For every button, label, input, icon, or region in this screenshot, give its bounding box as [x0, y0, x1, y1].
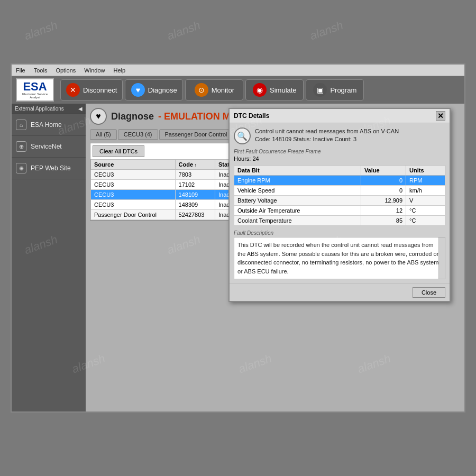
pepweb-icon: ⊕	[16, 163, 26, 173]
menu-window[interactable]: Window	[84, 67, 105, 74]
sidebar-collapse-icon[interactable]: ◀	[78, 106, 83, 112]
dtc-table-container: Clear All DTCs Source Code Status CECU3 …	[90, 143, 249, 221]
menu-help[interactable]: Help	[113, 67, 125, 74]
home-icon: ⌂	[16, 120, 26, 130]
table-row[interactable]: CECU3 7803 Inactive	[91, 170, 248, 180]
clear-all-dtcs-button[interactable]: Clear All DTCs	[93, 145, 144, 157]
sidebar: External Applications ◀ ⌂ ESA Home ⊕ Ser…	[12, 104, 86, 411]
list-item[interactable]: Battery Voltage 12.909 V	[234, 196, 445, 206]
menu-tools[interactable]: Tools	[34, 67, 48, 74]
diagnose-button[interactable]: ♥ Diagnose	[125, 79, 183, 100]
data-col-units: Units	[406, 166, 445, 176]
program-button[interactable]: ▣ Program	[306, 79, 364, 100]
simulate-button[interactable]: ◉ Simulate	[245, 79, 304, 100]
data-col-value: Value	[361, 166, 406, 176]
sidebar-item-pep-web[interactable]: ⊕ PEP Web Site	[12, 158, 86, 179]
tab-all[interactable]: All (5)	[90, 129, 117, 140]
dtc-details-dialog: DTC Details ✕ 🔍 Control unit cannot read…	[228, 108, 451, 302]
diagnose-header-icon: ♥	[90, 108, 107, 125]
dialog-close-button[interactable]: ✕	[436, 111, 445, 121]
dialog-title: DTC Details	[234, 112, 269, 120]
data-col-bit: Data Bit	[234, 166, 361, 176]
list-item[interactable]: Vehicle Speed 0 km/h	[234, 186, 445, 196]
dialog-footer: Close	[230, 283, 450, 301]
table-row[interactable]: CECU3 148309 Inactive	[91, 200, 248, 210]
fault-desc-scrollbar[interactable]	[438, 237, 445, 279]
list-item[interactable]: Outside Air Temperature 12 °C	[234, 206, 445, 216]
sidebar-item-servicenet[interactable]: ⊕ ServiceNet	[12, 136, 86, 158]
dtc-table: Source Code Status CECU3 7803 Inactive C…	[90, 159, 248, 220]
diagnose-icon: ♥	[131, 83, 145, 97]
dialog-body: 🔍 Control unit cannot read messages from…	[230, 123, 450, 283]
disconnect-icon: ✕	[66, 83, 80, 97]
logo: ESA Electronic Service Analyst	[16, 78, 54, 102]
col-source: Source	[91, 160, 176, 170]
list-item[interactable]: Engine RPM 0 RPM	[234, 176, 445, 186]
data-table: Data Bit Value Units Engine RPM 0 RPM Ve…	[234, 165, 445, 226]
hours-row: Hours: 24	[234, 155, 445, 162]
toolbar: ESA Electronic Service Analyst ✕ Disconn…	[12, 76, 464, 104]
table-row[interactable]: CECU3 17102 Inactive	[91, 180, 248, 190]
search-icon: 🔍	[234, 127, 251, 144]
menu-file[interactable]: File	[16, 67, 25, 74]
table-row[interactable]: Passenger Door Control 52427803 Inactive	[91, 210, 248, 220]
logo-esa-text: ESA	[23, 81, 47, 93]
freeze-frame-label: First Fault Occurrence Freeze Frame	[234, 149, 445, 154]
list-item[interactable]: Coolant Temperature 85 °C	[234, 216, 445, 226]
disconnect-button[interactable]: ✕ Disconnect	[60, 79, 123, 100]
fault-desc-label: Fault Description	[234, 230, 445, 236]
dialog-message: Control unit cannot read messages from A…	[255, 127, 399, 144]
dialog-titlebar: DTC Details ✕	[230, 109, 450, 123]
dialog-info: 🔍 Control unit cannot read messages from…	[234, 127, 445, 144]
logo-sub-text: Electronic Service Analyst	[17, 93, 53, 99]
col-code[interactable]: Code	[175, 160, 215, 170]
sidebar-item-esa-home[interactable]: ⌂ ESA Home	[12, 114, 86, 136]
diagnose-title: Diagnose	[111, 111, 154, 122]
table-row[interactable]: CECU3 148109 Inactive	[91, 190, 248, 200]
simulate-icon: ◉	[253, 83, 267, 97]
menu-options[interactable]: Options	[56, 67, 76, 74]
program-icon: ▣	[313, 83, 327, 97]
diagnose-area: ♥ Diagnose - EMULATION MODE All (5) CECU…	[86, 104, 464, 411]
app-window: File Tools Options Window Help ESA Elect…	[11, 63, 465, 413]
fault-desc-box: This DTC will be recorded when the contr…	[234, 237, 445, 279]
sidebar-header: External Applications ◀	[12, 104, 86, 114]
monitor-icon: ⊙	[195, 83, 208, 97]
monitor-button[interactable]: ⊙ Monitor	[185, 79, 243, 100]
tab-cecu3[interactable]: CECU3 (4)	[118, 129, 158, 140]
menu-bar: File Tools Options Window Help	[12, 65, 464, 76]
main-content: External Applications ◀ ⌂ ESA Home ⊕ Ser…	[12, 104, 464, 411]
servicenet-icon: ⊕	[16, 141, 26, 152]
close-button[interactable]: Close	[413, 287, 445, 298]
